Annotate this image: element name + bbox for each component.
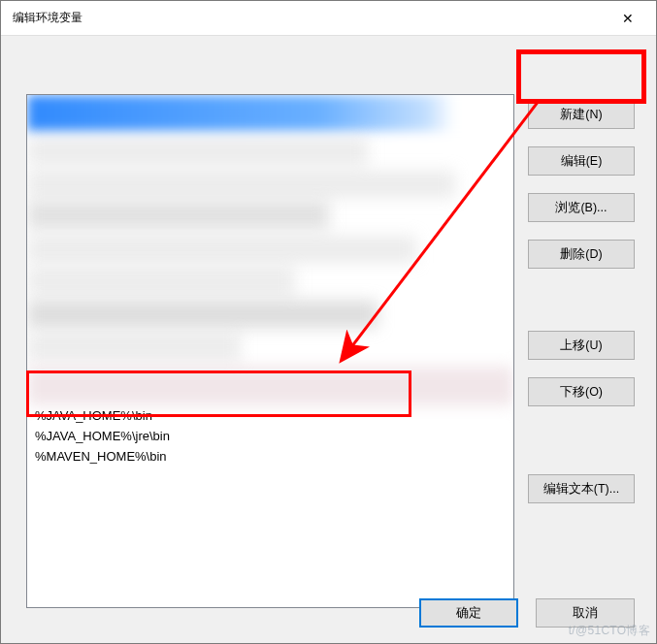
list-item[interactable]: %JAVA_HOME%\bin (27, 405, 513, 426)
edit-text-button[interactable]: 编辑文本(T)... (528, 474, 635, 503)
side-button-column: 新建(N) 编辑(E) 浏览(B)... 删除(D) 上移(U) 下移(O) 编… (528, 100, 635, 503)
list-items: %JAVA_HOME%\bin %JAVA_HOME%\jre\bin %MAV… (27, 405, 513, 467)
ok-button[interactable]: 确定 (419, 598, 518, 628)
blurred-entries (27, 95, 513, 403)
list-item[interactable]: %JAVA_HOME%\jre\bin (27, 426, 513, 446)
dialog-content: %JAVA_HOME%\bin %JAVA_HOME%\jre\bin %MAV… (1, 36, 656, 643)
dialog-footer-buttons: 确定 取消 (419, 598, 635, 628)
close-icon: ✕ (622, 11, 634, 26)
path-listbox[interactable]: %JAVA_HOME%\bin %JAVA_HOME%\jre\bin %MAV… (26, 94, 514, 608)
titlebar: 编辑环境变量 ✕ (1, 1, 656, 36)
move-up-button[interactable]: 上移(U) (528, 331, 635, 360)
list-item[interactable]: %MAVEN_HOME%\bin (27, 446, 513, 467)
delete-button[interactable]: 删除(D) (528, 240, 635, 269)
browse-button[interactable]: 浏览(B)... (528, 193, 635, 222)
edit-button[interactable]: 编辑(E) (528, 146, 635, 176)
new-button[interactable]: 新建(N) (528, 100, 635, 129)
cancel-button[interactable]: 取消 (536, 598, 635, 628)
dialog-title: 编辑环境变量 (13, 10, 82, 26)
move-down-button[interactable]: 下移(O) (528, 377, 635, 406)
env-edit-dialog: 编辑环境变量 ✕ %JAVA_HOME%\bin %JAVA_HOME%\jre… (0, 0, 657, 644)
close-button[interactable]: ✕ (608, 4, 648, 33)
